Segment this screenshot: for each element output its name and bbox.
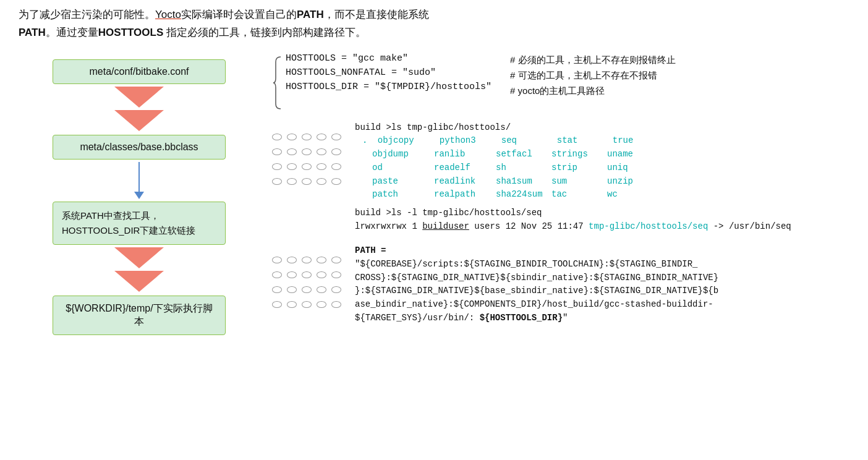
- intro-text2: 实际编译时会设置自己的: [181, 9, 297, 20]
- code-lines: HOSTTOOLS = "gcc make" HOSTTOOLS_NONFATA…: [286, 53, 491, 92]
- file-tac: tac: [551, 188, 607, 202]
- main-container: 为了减少宿主污染的可能性。Yocto实际编译时会设置自己的PATH，而不是直接使…: [0, 0, 868, 347]
- bracket-area: HOSTTOOLS = "gcc make" HOSTTOOLS_NONFATA…: [272, 53, 491, 110]
- dot: [287, 148, 297, 155]
- dot: [287, 271, 297, 278]
- file-od: od: [372, 161, 434, 175]
- dot: [331, 134, 341, 140]
- dot: [317, 163, 326, 170]
- dot-grid-area: [272, 121, 343, 195]
- file-objdump: objdump: [372, 148, 434, 161]
- intro-bold3: HOSTTOOLS: [98, 27, 163, 38]
- dot: [272, 134, 282, 140]
- dot: [331, 163, 341, 170]
- dot: [317, 134, 326, 140]
- symlink-line: lrwxrwxrwx 1 builduser users 12 Nov 25 1…: [355, 220, 791, 234]
- dot: [272, 271, 282, 278]
- file-python3: python3: [440, 134, 501, 148]
- triangle2: [114, 110, 164, 131]
- intro-text1: 为了减少宿主污染的可能性。: [19, 9, 155, 20]
- dot: [331, 301, 341, 308]
- right-content: HOSTTOOLS = "gcc make" HOSTTOOLS_NONFATA…: [260, 53, 849, 335]
- label1-line1: 系统PATH中查找工具，: [62, 210, 160, 221]
- ls-l-cmd: build >ls -l tmp-glibc/hosttools/seq: [355, 207, 791, 220]
- file-uniq: uniq: [607, 161, 650, 175]
- file-readelf: readelf: [434, 161, 496, 175]
- file-wc: wc: [607, 188, 650, 202]
- box-workdir: ${WORKDIR}/temp/下实际执行脚本: [53, 296, 226, 335]
- path-value: "${COREBASE}/scripts:${STAGING_BINDIR_TO…: [355, 258, 718, 325]
- path-hosttools-bold: ${HOSTTOOLS_DIR}: [480, 313, 563, 323]
- label-box-1: 系统PATH中查找工具， HOSTTOOLS_DIR下建立软链接: [53, 202, 226, 245]
- file-strings: strings: [551, 148, 607, 161]
- file-row4: pastereadlinksha1sumsumunzip: [372, 175, 791, 189]
- intro-bold1: PATH: [297, 9, 324, 20]
- file-row5: patchrealpathsha224sumtacwc: [372, 188, 791, 202]
- dot: [302, 148, 312, 155]
- vert-line-1: [138, 162, 140, 192]
- hosttools-nonfatal-line: HOSTTOOLS_NONFATAL = "sudo": [286, 67, 491, 78]
- hosttools-line: HOSTTOOLS = "gcc make": [286, 53, 491, 64]
- intro-text5: 指定必须的工具，链接到内部构建路径下。: [163, 27, 366, 38]
- intro-text3: ，而不是直接使能系统: [324, 9, 429, 20]
- file-patch: patch: [372, 188, 434, 202]
- dot: [287, 178, 297, 185]
- dot: [317, 257, 326, 263]
- path-area: PATH = "${COREBASE}/scripts:${STAGING_BI…: [272, 244, 849, 325]
- dot: [317, 301, 326, 308]
- file-realpath: realpath: [434, 188, 496, 202]
- file-row2: objdumpranlibsetfaclstringsuname: [372, 148, 791, 161]
- dot: [302, 178, 312, 185]
- bracket-icon: [272, 54, 283, 110]
- terminal-area: build >ls tmp-glibc/hosttools/ . objcopy…: [272, 121, 849, 234]
- intro-text4: 。通过变量: [46, 27, 98, 38]
- link-mid: users 12 Nov 25 11:47: [469, 221, 589, 231]
- comments-col: # 必须的工具，主机上不存在则报错终止 # 可选的工具，主机上不存在不报错 # …: [510, 53, 676, 97]
- file-listing: . objcopypython3seqstattrue: [362, 134, 791, 148]
- dot: [287, 163, 297, 170]
- file-setfacl: setfacl: [496, 148, 551, 161]
- link-perms: lrwxrwxrwx 1: [355, 221, 422, 231]
- file-strip: strip: [551, 161, 607, 175]
- dot: [272, 148, 282, 155]
- dot-grid-area-2: [272, 244, 343, 318]
- dot: [272, 178, 282, 185]
- comment3: # yocto的主机工具路径: [510, 85, 676, 97]
- triangle1: [114, 87, 164, 108]
- dot: [331, 286, 341, 293]
- dot: [317, 148, 326, 155]
- file-sum: sum: [551, 175, 607, 189]
- hosttools-dir-line: HOSTTOOLS_DIR = "${TMPDIR}/hosttools": [286, 82, 491, 92]
- dot: [287, 301, 297, 308]
- file-paste: paste: [372, 175, 434, 189]
- config-block: HOSTTOOLS = "gcc make" HOSTTOOLS_NONFATA…: [272, 53, 849, 110]
- dot-grid-1: [272, 134, 343, 189]
- arrow-head-small: [134, 192, 144, 199]
- dot: [317, 286, 326, 293]
- dot: [302, 286, 312, 293]
- box-bitbake-conf: meta/conf/bitbake.conf: [53, 59, 226, 84]
- link-source: tmp-glibc/hosttools/seq: [589, 221, 708, 231]
- file-ranlib: ranlib: [434, 148, 496, 161]
- triangle4: [114, 271, 164, 292]
- dot: [331, 178, 341, 185]
- flow-diagram: meta/conf/bitbake.conf meta/classes/base…: [19, 53, 260, 335]
- dot-prefix: .: [362, 135, 367, 145]
- dot: [287, 134, 297, 140]
- label1-line2: HOSTTOOLS_DIR下建立软链接: [62, 225, 195, 236]
- builduser-text: builduser: [422, 221, 469, 231]
- comment1: # 必须的工具，主机上不存在则报错终止: [510, 54, 676, 66]
- dot: [317, 271, 326, 278]
- dot-grid-2: [272, 257, 343, 312]
- dot: [272, 301, 282, 308]
- intro-bold2: PATH: [19, 27, 46, 38]
- file-sha1sum: sha1sum: [496, 175, 551, 189]
- dot: [317, 178, 326, 185]
- dot: [302, 134, 312, 140]
- dot: [331, 271, 341, 278]
- dot: [302, 257, 312, 263]
- dot: [302, 271, 312, 278]
- file-row3: odreadelfshstripuniq: [372, 161, 791, 175]
- dot: [272, 257, 282, 263]
- dot: [302, 301, 312, 308]
